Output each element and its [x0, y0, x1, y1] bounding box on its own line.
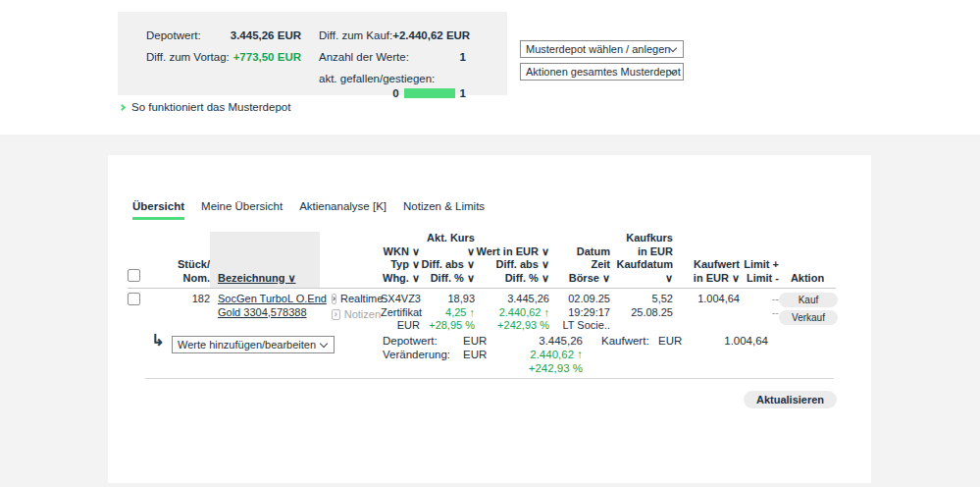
- footer-veraenderung-currency: EUR: [463, 348, 500, 361]
- cell-kaufkurs: 5,52 25.08.25: [610, 289, 673, 333]
- tab-meine-uebersicht[interactable]: Meine Übersicht: [201, 200, 283, 220]
- aktionen-select[interactable]: Aktionen gesamtes Musterdepot: [520, 63, 684, 81]
- footer-veraenderung-label: Veränderung:: [383, 348, 463, 361]
- notizen-link[interactable]: › Notizen: [332, 308, 381, 322]
- musterdepot-info-link[interactable]: So funktioniert das Musterdepot: [120, 101, 290, 113]
- col-datum-zeit-boerse[interactable]: Datum Zeit Börse ∨: [549, 232, 610, 289]
- info-link-label: So funktioniert das Musterdepot: [131, 101, 290, 113]
- footer-depotwert-currency: EUR: [463, 334, 500, 348]
- footer-depotwert-value: 3.445,26: [500, 334, 583, 348]
- verkauf-button[interactable]: Verkauf: [779, 310, 838, 325]
- cell-datum-zeit-boerse: 02.09.25 19:29:17 LT Socie..: [549, 289, 610, 333]
- col-wkn-typ-whg[interactable]: WKN ∨ Typ ∨ Whg. ∨: [381, 232, 420, 289]
- col-bezeichnung[interactable]: Bezeichnung ∨: [210, 232, 320, 289]
- diff-vortag-label: Diff. zum Vortag:: [146, 50, 230, 64]
- anzahl-werte-label: Anzahl der Werte:: [319, 50, 409, 64]
- depot-card: Übersicht Meine Übersicht Aktienanalyse …: [108, 155, 871, 483]
- cell-wert-eur: 3.445,26 2.440,62 ↑ +242,93 %: [475, 289, 549, 333]
- realtime-link[interactable]: › Realtime: [332, 293, 381, 306]
- cell-aktion: Kauf Verkauf: [779, 289, 836, 333]
- col-stueck-nom: Stück/ Nom.: [157, 232, 210, 289]
- footer-depotwert-label: Depotwert:: [383, 334, 463, 348]
- diff-kauf-value: +2.440,62 EUR: [392, 28, 470, 42]
- summary-right-column: Diff. zum Kauf: +2.440,62 EUR Anzahl der…: [319, 28, 466, 99]
- select-all-checkbox[interactable]: [128, 269, 140, 282]
- footer-veraenderung-percent: +242,93 %: [500, 361, 583, 375]
- col-aktion: Aktion: [779, 232, 836, 289]
- gestiegen-count: 1: [460, 87, 466, 99]
- chevron-right-icon: ›: [332, 309, 340, 320]
- summary-left-column: Depotwert: 3.445,26 EUR Diff. zum Vortag…: [146, 28, 301, 72]
- musterdepot-select-value: Musterdepot wählen / anlegen: [526, 43, 670, 55]
- chevron-down-icon: [320, 340, 328, 348]
- depot-summary-box: Depotwert: 3.445,26 EUR Diff. zum Vortag…: [118, 12, 507, 95]
- cell-akt-kurs: 18,93 4,25 ↑ +28,95 %: [420, 289, 475, 333]
- col-links: [320, 232, 381, 289]
- anzahl-werte-value: 1: [460, 50, 466, 64]
- werte-select[interactable]: Werte hinzufügen/bearbeiten: [172, 336, 335, 353]
- footer-veraenderung-value: 2.440,62 ↑: [500, 348, 583, 361]
- werte-select-value: Werte hinzufügen/bearbeiten: [178, 339, 316, 351]
- cell-stueck: 182: [157, 289, 210, 333]
- chevron-right-icon: [119, 103, 126, 110]
- depot-table: Stück/ Nom. Bezeichnung ∨ WKN ∨ Typ ∨ Wh…: [128, 232, 836, 333]
- gefallen-count: 0: [392, 87, 398, 99]
- tab-uebersicht[interactable]: Übersicht: [132, 200, 184, 220]
- footer-divider: [145, 378, 834, 379]
- position-name-link[interactable]: SocGen TurboL O.End Gold 3304,578388: [218, 293, 320, 319]
- tab-aktienanalyse[interactable]: Aktienanalyse [K]: [299, 200, 387, 220]
- diff-vortag-value: +773,50 EUR: [233, 50, 301, 64]
- col-wert-eur[interactable]: Wert in EUR ∨ Diff. abs ∨ Diff. % ∨: [475, 232, 549, 289]
- kaufwert-block: Kaufwert: EUR 1.004,64: [601, 334, 768, 348]
- footer-kaufwert-value: 1.004,64: [697, 334, 768, 348]
- gefallen-gestiegen-label: akt. gefallen/gestiegen:: [319, 72, 435, 85]
- kauf-button[interactable]: Kauf: [779, 293, 838, 307]
- cell-links: › Realtime › Notizen: [320, 289, 381, 333]
- aktualisieren-button[interactable]: Aktualisieren: [744, 391, 837, 408]
- chevron-right-icon: ›: [332, 294, 336, 304]
- totals-block: Depotwert: EUR 3.445,26 Veränderung: EUR…: [383, 334, 583, 375]
- col-akt-kurs[interactable]: Akt. Kurs ∨ Diff. abs ∨ Diff. % ∨: [420, 232, 475, 289]
- cell-bezeichnung: SocGen TurboL O.End Gold 3304,578388: [210, 289, 320, 333]
- row-checkbox[interactable]: [128, 293, 140, 305]
- cell-kaufwert: 1.004,64: [673, 289, 740, 333]
- cell-wkn-typ-whg: SX4VZ3 Zertifikat EUR: [381, 289, 420, 333]
- col-kaufkurs[interactable]: Kaufkurs in EUR Kaufdatum ∨: [610, 232, 673, 289]
- tab-notizen-limits[interactable]: Notizen & Limits: [403, 200, 485, 220]
- gestiegen-bar: [404, 88, 455, 98]
- aktionen-select-value: Aktionen gesamtes Musterdepot: [526, 66, 681, 78]
- footer-kaufwert-label: Kaufwert:: [601, 334, 658, 348]
- depotwert-label: Depotwert:: [146, 28, 201, 42]
- content-background: Übersicht Meine Übersicht Aktienanalyse …: [0, 135, 980, 487]
- cell-limit: -- --: [740, 289, 779, 333]
- gefallen-gestiegen-bar-row: 0 1: [319, 87, 466, 99]
- depotwert-value: 3.445,26 EUR: [231, 28, 301, 42]
- table-header-row: Stück/ Nom. Bezeichnung ∨ WKN ∨ Typ ∨ Wh…: [128, 232, 836, 289]
- top-section: Depotwert: 3.445,26 EUR Diff. zum Vortag…: [0, 0, 980, 135]
- footer-kaufwert-currency: EUR: [658, 334, 697, 348]
- col-kaufwert[interactable]: Kaufwert in EUR ∨: [673, 232, 740, 289]
- branch-arrow-icon: ↳: [151, 331, 164, 350]
- tab-bar: Übersicht Meine Übersicht Aktienanalyse …: [132, 200, 485, 220]
- col-limit: Limit + Limit -: [740, 232, 779, 289]
- diff-kauf-label: Diff. zum Kauf:: [319, 28, 392, 42]
- table-row: 182 SocGen TurboL O.End Gold 3304,578388…: [128, 289, 836, 333]
- musterdepot-select[interactable]: Musterdepot wählen / anlegen: [520, 40, 684, 58]
